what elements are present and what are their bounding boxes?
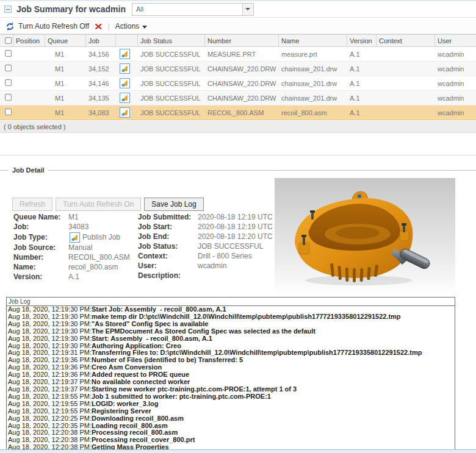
save-job-log-button[interactable]: Save Job Log <box>144 198 203 211</box>
field-label: Job End: <box>138 232 198 241</box>
auto-refresh-toggle[interactable]: Turn Auto Refresh Off <box>18 22 89 30</box>
log-timestamp: Aug 18, 2020, 12:19:37 PM: <box>8 386 92 393</box>
field-label: Job Submitted: <box>138 212 198 222</box>
log-message: Loading recoil_800.asm <box>92 423 168 429</box>
section-divider <box>0 155 476 155</box>
log-message: Starting new worker ptc-training.ptc.com… <box>92 386 297 393</box>
field-value: recoil_800.asm <box>68 262 118 272</box>
column-header-position[interactable]: Position <box>13 35 45 46</box>
cell-version: A.1 <box>347 95 377 102</box>
publish-job-icon[interactable] <box>120 49 130 59</box>
column-header-job-status[interactable]: Job Status <box>138 35 205 46</box>
log-line: Aug 18, 2020, 12:19:55 PM:Registering Se… <box>7 408 455 415</box>
log-line: Aug 18, 2020, 12:19:37 PM:Starting new w… <box>7 386 455 393</box>
job-log-header: Job Log <box>7 298 455 306</box>
field-label: Job: <box>13 222 68 232</box>
column-header-job[interactable]: Job <box>86 35 116 46</box>
publish-job-icon[interactable] <box>120 93 130 103</box>
log-message: Start: Assembly - recoil_800.asm, A.1 <box>92 335 212 342</box>
row-checkbox[interactable] <box>5 109 12 115</box>
publish-job-icon[interactable] <box>120 107 130 118</box>
field-label: User: <box>138 261 198 271</box>
field-row-description: Description: <box>138 271 277 280</box>
log-line: Aug 18, 2020, 12:19:55 PM:LOGID: worker_… <box>7 401 455 408</box>
field-value: 2020-08-18 12:19 UTC <box>198 212 273 222</box>
row-checkbox[interactable] <box>5 50 12 57</box>
horizontal-scrollbar[interactable] <box>0 449 476 453</box>
model-preview-image <box>275 178 455 293</box>
cell-number: CHAINSAW_220.DRW <box>205 80 279 87</box>
field-row-queue-name: Queue Name: M1 <box>13 212 135 222</box>
red-x-icon[interactable]: ✕ <box>94 22 103 31</box>
row-checkbox[interactable] <box>5 65 12 71</box>
log-line: Aug 18, 2020, 12:19:30 PM:Start Job: Ass… <box>7 306 455 313</box>
row-checkbox[interactable] <box>5 94 12 101</box>
field-value: Drill - 800 Series <box>198 251 252 261</box>
publish-job-icon[interactable] <box>120 78 130 88</box>
column-header-name[interactable]: Name <box>279 35 347 46</box>
cell-name: chainsaw_201.drw <box>279 65 347 73</box>
log-message: The EPMDocument As Stored Config Spec wa… <box>92 328 316 335</box>
cell-job: 34,135 <box>86 95 116 102</box>
log-message: Processing recoil_800.asm <box>92 429 178 436</box>
publish-job-icon[interactable] <box>120 63 130 74</box>
log-line: Aug 18, 2020, 12:19:31 PM:Transferring F… <box>7 349 455 357</box>
table-header-row: Position Queue Job Job Status Number Nam… <box>0 34 476 47</box>
column-header-type[interactable] <box>116 35 138 46</box>
cell-queue: M1 <box>45 51 86 58</box>
log-line: Aug 18, 2020, 12:20:38 PM:Processing rec… <box>7 437 455 444</box>
log-message: Job 1 submitted to worker: ptc-training.… <box>92 393 271 400</box>
log-line: Aug 18, 2020, 12:19:30 PM:Authoring Appl… <box>7 343 455 350</box>
table-row[interactable]: M1 34,152 JOB SUCCESSFUL CHAINSAW_220.DR… <box>0 62 476 76</box>
cell-name: chainsaw_201.drw <box>279 95 347 102</box>
collapse-section-icon[interactable] <box>4 5 12 13</box>
field-row-job-type: Job Type: Publish Job <box>13 232 135 243</box>
log-line: Aug 18, 2020, 12:20:25 PM:Downloading re… <box>7 415 455 423</box>
log-line: Aug 18, 2020, 12:19:55 PM:Job 1 submitte… <box>7 393 455 401</box>
cell-name: measure.prt <box>279 51 347 58</box>
column-header-number[interactable]: Number <box>205 35 279 46</box>
log-timestamp: Aug 18, 2020, 12:20:38 PM: <box>8 429 92 436</box>
column-header-queue[interactable]: Queue <box>45 35 86 46</box>
log-line: Aug 18, 2020, 12:19:36 PM:Number of File… <box>7 357 455 364</box>
log-line: Aug 18, 2020, 12:19:36 PM:Creo Asm Conve… <box>7 364 455 371</box>
cell-user: wcadmin <box>435 80 476 87</box>
log-timestamp: Aug 18, 2020, 12:19:30 PM: <box>8 335 92 342</box>
refresh-icon[interactable] <box>5 22 15 31</box>
column-header-version[interactable]: Version <box>347 35 377 46</box>
chevron-down-icon[interactable] <box>242 4 253 15</box>
cell-job: 34,146 <box>86 80 116 87</box>
log-line: Aug 18, 2020, 12:19:30 PM:The EPMDocumen… <box>7 328 455 335</box>
cell-number: CHAINSAW_220.DRW <box>205 95 279 102</box>
field-row-name: Name: recoil_800.asm <box>13 262 135 272</box>
column-header-user[interactable]: User <box>435 35 476 46</box>
log-line: Aug 18, 2020, 12:20:35 PM:Loading recoil… <box>7 423 455 430</box>
table-row[interactable]: M1 34,135 JOB SUCCESSFUL CHAINSAW_220.DR… <box>0 91 476 105</box>
queue-filter-select[interactable]: All <box>132 3 254 16</box>
actions-menu[interactable]: Actions <box>115 22 147 30</box>
column-header-context[interactable]: Context <box>377 35 435 46</box>
log-message: Start Job: Assembly - recoil_800.asm, A.… <box>92 306 226 313</box>
turn-auto-refresh-on-button[interactable]: Turn Auto Refresh On <box>56 198 141 211</box>
log-timestamp: Aug 18, 2020, 12:19:30 PM: <box>8 313 92 320</box>
cell-version: A.1 <box>347 65 377 73</box>
field-value: Publish Job <box>82 232 120 242</box>
table-row[interactable]: M1 34,146 JOB SUCCESSFUL CHAINSAW_220.DR… <box>0 76 476 91</box>
log-timestamp: Aug 18, 2020, 12:19:36 PM: <box>8 371 92 378</box>
field-value: Manual <box>68 243 92 252</box>
table-row[interactable]: M1 34,156 JOB SUCCESSFUL MEASURE.PRT mea… <box>0 47 476 62</box>
field-label: Job Start: <box>138 222 198 232</box>
cell-job-status: JOB SUCCESSFUL <box>138 65 205 73</box>
select-all-checkbox[interactable] <box>5 37 12 44</box>
field-value: 2020-08-18 12:19 UTC <box>198 222 273 232</box>
table-row-selected[interactable]: M1 34,083 JOB SUCCESSFUL RECOIL_800.ASM … <box>0 105 476 120</box>
refresh-button[interactable]: Refresh <box>12 198 52 211</box>
cell-job: 34,083 <box>86 109 116 116</box>
log-message: Transferring Files to: D:\ptc\Windchill_… <box>92 349 422 356</box>
field-row-user: User: wcadmin <box>138 261 277 271</box>
field-row-number: Number: RECOIL_800.ASM <box>13 252 135 262</box>
field-row-job-start: Job Start: 2020-08-18 12:19 UTC <box>138 222 277 232</box>
queue-filter-value: All <box>136 5 143 13</box>
row-checkbox[interactable] <box>5 79 12 86</box>
log-message: Downloading recoil_800.asm <box>92 415 184 422</box>
